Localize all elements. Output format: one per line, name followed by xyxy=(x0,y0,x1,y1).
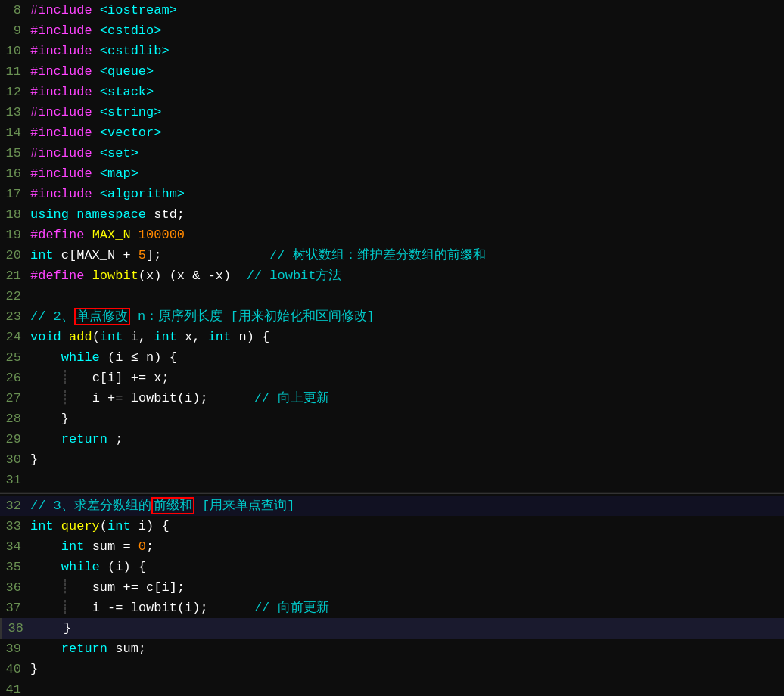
code-line-10: 10 #include <cstdlib> xyxy=(0,41,784,61)
code-line-18: 18 using namespace std; xyxy=(0,204,784,225)
code-line-8: 8 #include <iostream> xyxy=(0,0,784,20)
line-content: ┊ sum += c[i]; xyxy=(30,577,781,598)
line-content: while (i) { xyxy=(30,557,781,577)
code-line-22: 22 xyxy=(0,286,784,306)
line-content: #include <string> xyxy=(30,102,781,123)
line-number: 41 xyxy=(3,679,30,696)
code-line-38: 38 } xyxy=(0,618,784,639)
code-line-37: 37 ┊ i -= lowbit(i); // 向前更新 xyxy=(0,598,784,618)
line-number: 11 xyxy=(3,61,30,82)
line-number: 14 xyxy=(3,123,30,143)
line-number: 23 xyxy=(3,306,30,327)
code-line-25: 25 while (i ≤ n) { xyxy=(0,347,784,368)
line-content: // 2、单点修改 n：原序列长度 [用来初始化和区间修改] xyxy=(30,306,781,327)
line-number: 21 xyxy=(3,266,30,286)
line-content: return ; xyxy=(30,429,781,449)
code-line-33: 33 int query(int i) { xyxy=(0,516,784,536)
section-separator xyxy=(0,492,784,494)
line-content: #include <map> xyxy=(30,163,781,184)
line-content: int c[MAX_N + 5]; // 树状数组：维护差分数组的前缀和 xyxy=(30,245,781,266)
line-number: 9 xyxy=(3,20,30,41)
code-line-32: 32 // 3、求差分数组的前缀和 [用来单点查询] xyxy=(0,496,784,516)
line-number: 22 xyxy=(3,286,30,306)
line-content: return sum; xyxy=(30,639,781,659)
code-line-13: 13 #include <string> xyxy=(0,102,784,123)
line-content: #include <stack> xyxy=(30,82,781,102)
code-line-24: 24 void add(int i, int x, int n) { xyxy=(0,327,784,347)
line-number: 29 xyxy=(3,429,30,449)
line-number: 32 xyxy=(3,496,30,516)
code-line-41: 41 xyxy=(0,679,784,696)
line-content: #include <cstdlib> xyxy=(30,41,781,61)
line-content: #include <cstdio> xyxy=(30,20,781,41)
code-line-21: 21 #define lowbit(x) (x & -x) // lowbit方… xyxy=(0,266,784,286)
line-content: #define MAX_N 100000 xyxy=(30,225,781,245)
code-line-15: 15 #include <set> xyxy=(0,143,784,163)
code-line-26: 26 ┊ c[i] += x; xyxy=(0,368,784,388)
line-number: 39 xyxy=(3,639,30,659)
line-number: 25 xyxy=(3,347,30,368)
line-content: #include <vector> xyxy=(30,123,781,143)
code-line-19: 19 #define MAX_N 100000 xyxy=(0,225,784,245)
line-number: 37 xyxy=(3,598,30,618)
line-number: 35 xyxy=(3,557,30,577)
code-line-27: 27 ┊ i += lowbit(i); // 向上更新 xyxy=(0,388,784,409)
line-content: #include <queue> xyxy=(30,61,781,82)
code-line-20: 20 int c[MAX_N + 5]; // 树状数组：维护差分数组的前缀和 xyxy=(0,245,784,266)
line-content: // 3、求差分数组的前缀和 [用来单点查询] xyxy=(30,496,781,516)
line-number: 16 xyxy=(3,163,30,184)
code-line-23: 23 // 2、单点修改 n：原序列长度 [用来初始化和区间修改] xyxy=(0,306,784,327)
line-content: } xyxy=(30,409,781,429)
line-content: #include <iostream> xyxy=(30,0,781,20)
code-line-39: 39 return sum; xyxy=(0,639,784,659)
line-number: 40 xyxy=(3,659,30,679)
line-number: 24 xyxy=(3,327,30,347)
code-line-12: 12 #include <stack> xyxy=(0,82,784,102)
code-line-36: 36 ┊ sum += c[i]; xyxy=(0,577,784,598)
line-content: ┊ i -= lowbit(i); // 向前更新 xyxy=(30,598,781,618)
line-number: 12 xyxy=(3,82,30,102)
line-number: 13 xyxy=(3,102,30,123)
line-number: 19 xyxy=(3,225,30,245)
line-content: void add(int i, int x, int n) { xyxy=(30,327,781,347)
line-number: 31 xyxy=(3,470,30,490)
code-line-16: 16 #include <map> xyxy=(0,163,784,184)
line-number: 8 xyxy=(3,0,30,20)
line-number: 34 xyxy=(3,536,30,557)
line-number: 17 xyxy=(3,184,30,204)
line-number: 28 xyxy=(3,409,30,429)
line-content: #define lowbit(x) (x & -x) // lowbit方法 xyxy=(30,266,781,286)
line-number: 30 xyxy=(3,449,30,470)
code-line-17: 17 #include <algorithm> xyxy=(0,184,784,204)
line-content: #include <algorithm> xyxy=(30,184,781,204)
line-content: while (i ≤ n) { xyxy=(30,347,781,368)
code-line-34: 34 int sum = 0; xyxy=(0,536,784,557)
line-number: 20 xyxy=(3,245,30,266)
code-line-9: 9 #include <cstdio> xyxy=(0,20,784,41)
code-line-31: 31 xyxy=(0,470,784,490)
code-line-29: 29 return ; xyxy=(0,429,784,449)
line-content: using namespace std; xyxy=(30,204,781,225)
line-number: 36 xyxy=(3,577,30,598)
code-line-40: 40 } xyxy=(0,659,784,679)
code-line-28: 28 } xyxy=(0,409,784,429)
line-content: #include <set> xyxy=(30,143,781,163)
line-number: 15 xyxy=(3,143,30,163)
line-content: ┊ i += lowbit(i); // 向上更新 xyxy=(30,388,781,409)
line-content: ┊ c[i] += x; xyxy=(30,368,781,388)
code-line-14: 14 #include <vector> xyxy=(0,123,784,143)
line-content: } xyxy=(30,449,781,470)
code-line-30: 30 } xyxy=(0,449,784,470)
line-number: 26 xyxy=(3,368,30,388)
line-number: 38 xyxy=(5,618,33,639)
line-content: int sum = 0; xyxy=(30,536,781,557)
line-content: int query(int i) { xyxy=(30,516,781,536)
line-number: 27 xyxy=(3,388,30,409)
line-number: 10 xyxy=(3,41,30,61)
code-line-35: 35 while (i) { xyxy=(0,557,784,577)
line-content: } xyxy=(30,659,781,679)
code-line-11: 11 #include <queue> xyxy=(0,61,784,82)
line-number: 33 xyxy=(3,516,30,536)
line-content: } xyxy=(33,618,781,639)
line-number: 18 xyxy=(3,204,30,225)
